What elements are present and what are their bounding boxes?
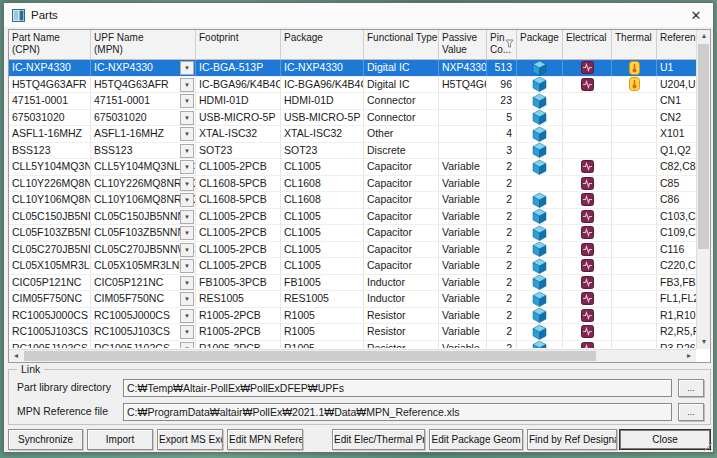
mpn-dropdown-icon[interactable]: ▾ [180, 177, 194, 191]
column-header-electrical[interactable]: Electrical [563, 30, 612, 59]
column-header-part-name-cpn[interactable]: Part Name (CPN) [9, 30, 91, 59]
table-row[interactable]: CL10Y106MQ8NRNCCL10Y106MQ8NRNC▾CL1608-5P… [9, 192, 710, 209]
table-row[interactable]: CIM05F750NCCIM05F750NC▾RES1005RES1005Ind… [9, 291, 710, 308]
part-library-directory-field[interactable]: C:₩Temp₩Altair-PollEx₩PollExDFEP₩UPFs [123, 379, 672, 397]
cell-pin-count: 2 [487, 275, 517, 291]
scroll-left-icon[interactable]: ◂ [9, 350, 23, 363]
mpn-dropdown-icon[interactable]: ▾ [180, 276, 194, 290]
cell-reference: FB3,FB5 [657, 275, 698, 291]
mpn-dropdown-icon[interactable]: ▾ [180, 259, 194, 273]
cell-thermal [612, 93, 657, 109]
vertical-scrollbar[interactable]: ▴ ▾ [696, 30, 710, 349]
mpn-dropdown-icon[interactable]: ▾ [180, 210, 194, 224]
table-row[interactable]: IC-NXP4330IC-NXP4330▾IC-BGA-513PIC-NXP43… [9, 60, 710, 77]
mpn-dropdown-icon[interactable]: ▾ [180, 160, 194, 174]
column-header-package-icon[interactable]: Package [517, 30, 563, 59]
part-library-browse-button[interactable]: ... [678, 379, 704, 397]
table-row[interactable]: RC1005J103CSRC1005J103CS▾R1005-2PCBR1005… [9, 324, 710, 341]
table-row[interactable]: CIC05P121NCCIC05P121NC▾FB1005-3PCBFB1005… [9, 275, 710, 292]
cell-part-name-cpn: CL05C270JB5NNWC [9, 242, 91, 258]
mpn-dropdown-icon[interactable]: ▾ [180, 243, 194, 257]
column-header-label: Functional Type [367, 32, 437, 43]
table-row[interactable]: 47151-000147151-0001▾HDMI-01DHDMI-01DCon… [9, 93, 710, 110]
mpn-dropdown-icon[interactable]: ▾ [180, 193, 194, 207]
mpn-value: H5TQ4G63AFR [94, 78, 169, 90]
table-row[interactable]: BSS123BSS123▾SOT23SOT23Discrete3Q1,Q2 [9, 143, 710, 160]
cell-reference: U204,U205 [657, 77, 698, 93]
cell-upf-name-combo: ASFL1-16MHZ▾ [91, 126, 196, 142]
cell-part-name-cpn: 47151-0001 [9, 93, 91, 109]
mpn-dropdown-icon[interactable]: ▾ [180, 127, 194, 141]
table-row[interactable]: RC1005J102CSRC1005J102CS▾R1005-2PCBR1005… [9, 341, 710, 349]
close-button[interactable]: Close [619, 429, 711, 450]
find-by-ref-designator-button[interactable]: Find by Ref Designator [527, 429, 617, 450]
mpn-reference-browse-button[interactable]: ... [678, 403, 704, 421]
cell-pin-count: 2 [487, 308, 517, 324]
edit-mpn-reference-button[interactable]: Edit MPN Reference [227, 429, 303, 450]
cell-electrical [563, 110, 612, 126]
cell-passive-value [439, 110, 487, 126]
table-row[interactable]: 675031020675031020▾USB-MICRO-5PUSB-MICRO… [9, 110, 710, 127]
mpn-dropdown-icon[interactable]: ▾ [180, 325, 194, 339]
mpn-reference-file-field[interactable]: C:₩ProgramData₩altair₩PollEx₩2021.1₩Data… [123, 403, 672, 421]
table-row[interactable]: ASFL1-16MHZASFL1-16MHZ▾XTAL-ISC32XTAL-IS… [9, 126, 710, 143]
cell-passive-value: Variable [439, 308, 487, 324]
package-cube-icon [532, 324, 547, 340]
mpn-dropdown-icon[interactable]: ▾ [180, 111, 194, 125]
mpn-dropdown-icon[interactable]: ▾ [180, 78, 194, 92]
cell-functional-type: Capacitor [364, 209, 439, 225]
import-button[interactable]: Import [87, 429, 153, 450]
package-cube-icon [532, 110, 547, 126]
table-body: IC-NXP4330IC-NXP4330▾IC-BGA-513PIC-NXP43… [9, 60, 710, 348]
table-row[interactable]: CLL5Y104MQ3NLNCCLL5Y104MQ3NLNC▾CL1005-2P… [9, 159, 710, 176]
column-header-functional-type[interactable]: Functional Type [364, 30, 439, 59]
column-header-package[interactable]: Package [281, 30, 364, 59]
mpn-dropdown-icon[interactable]: ▾ [180, 342, 194, 349]
cell-passive-value: NXP4330 [439, 60, 487, 76]
filter-icon[interactable] [505, 39, 514, 48]
cell-reference: R2,R5,R6 [657, 324, 698, 340]
electrical-property-icon [581, 226, 594, 239]
package-cube-icon [532, 159, 547, 175]
table-row[interactable]: CL05C270JB5NNWCCL05C270JB5NNWC▾CL1005-2P… [9, 242, 710, 259]
table-row[interactable]: CL05C150JB5NNNDCL05C150JB5NNND▾CL1005-2P… [9, 209, 710, 226]
table-row[interactable]: H5TQ4G63AFRH5TQ4G63AFR▾IC-BGA96/K4B4G16I… [9, 77, 710, 94]
mpn-dropdown-icon[interactable]: ▾ [180, 61, 194, 75]
cell-functional-type: Capacitor [364, 258, 439, 274]
mpn-dropdown-icon[interactable]: ▾ [180, 292, 194, 306]
electrical-property-icon [581, 276, 594, 289]
table-row[interactable]: CL05F103ZB5NNNCCL05F103ZB5NNNC▾CL1005-2P… [9, 225, 710, 242]
parts-table: Part Name (CPN)UPF Name (MPN)FootprintPa… [8, 29, 711, 363]
titlebar[interactable]: Parts ✕ [4, 3, 713, 27]
mpn-dropdown-icon[interactable]: ▾ [180, 309, 194, 323]
column-header-upf-name-mpn[interactable]: UPF Name (MPN) [91, 30, 196, 59]
edit-package-geom-button[interactable]: Edit Package Geom [429, 429, 523, 450]
cell-footprint: CL1005-2PCB [196, 159, 281, 175]
column-header-thermal[interactable]: Thermal [612, 30, 657, 59]
column-header-footprint[interactable]: Footprint [196, 30, 281, 59]
close-icon[interactable]: ✕ [679, 3, 713, 27]
horizontal-scroll-thumb[interactable] [24, 351, 596, 361]
export-ms-excel-button[interactable]: Export MS Excel [157, 429, 223, 450]
scroll-down-icon[interactable]: ▾ [697, 336, 711, 349]
column-header-reference[interactable]: Referen [657, 30, 698, 59]
cell-package: SOT23 [281, 143, 364, 159]
column-header-pin-count[interactable]: Pin Co... [487, 30, 517, 59]
mpn-dropdown-icon[interactable]: ▾ [180, 144, 194, 158]
cell-passive-value: Variable [439, 159, 487, 175]
mpn-dropdown-icon[interactable]: ▾ [180, 94, 194, 108]
column-header-passive-value[interactable]: Passive Value [439, 30, 487, 59]
table-row[interactable]: CL10Y226MQ8NRNCCL10Y226MQ8NRNC▾CL1608-5P… [9, 176, 710, 193]
cell-thermal [612, 258, 657, 274]
table-row[interactable]: CL05X105MR3LNNHCL05X105MR3LNNH▾CL1005-2P… [9, 258, 710, 275]
table-row[interactable]: RC1005J000CSRC1005J000CS▾R1005-2PCBR1005… [9, 308, 710, 325]
cell-package-icon [517, 77, 563, 93]
vertical-scroll-thumb[interactable] [698, 44, 709, 249]
edit-elec-thermal-prop-button[interactable]: Edit Elec/Thermal Prop [332, 429, 425, 450]
scroll-right-icon[interactable]: ▸ [682, 350, 696, 363]
mpn-dropdown-icon[interactable]: ▾ [180, 226, 194, 240]
horizontal-scrollbar[interactable]: ◂ ▸ [9, 349, 696, 362]
synchronize-button[interactable]: Synchronize [8, 429, 83, 450]
cell-upf-name-combo: CL10Y106MQ8NRNC▾ [91, 192, 196, 208]
scroll-up-icon[interactable]: ▴ [697, 30, 711, 43]
